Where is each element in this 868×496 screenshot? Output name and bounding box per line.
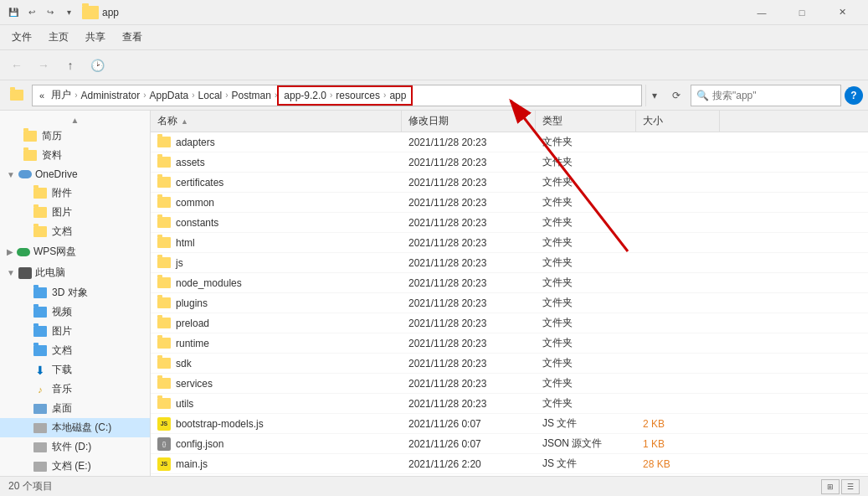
menu-view[interactable]: 查看 — [114, 27, 151, 48]
file-type-cell: 文件夹 — [536, 293, 636, 313]
table-row[interactable]: constants2021/11/28 20:23文件夹 — [151, 213, 868, 233]
file-name: adapters — [176, 137, 215, 148]
sidebar-item-photos[interactable]: 图片 — [0, 203, 150, 222]
breadcrumb-users[interactable]: « — [36, 89, 48, 102]
folder-icon — [157, 318, 171, 328]
breadcrumb-users2[interactable]: 用户 — [48, 86, 74, 104]
breadcrumb-appdata[interactable]: AppData — [146, 88, 193, 103]
sidebar-label: 3D 对象 — [52, 286, 88, 300]
minimize-button[interactable]: — — [742, 0, 781, 25]
table-row[interactable]: runtime2021/11/28 20:23文件夹 — [151, 333, 868, 354]
table-row[interactable]: sdk2021/11/28 20:23文件夹 — [151, 354, 868, 374]
breadcrumb-app920[interactable]: app-9.2.0 — [280, 88, 330, 103]
file-type-cell: JS 文件 — [536, 414, 636, 433]
col-header-date[interactable]: 修改日期 — [402, 111, 536, 132]
forward-button[interactable]: → — [32, 54, 55, 77]
sidebar-item-music[interactable]: ♪ 音乐 — [0, 380, 150, 399]
folder-icon — [157, 398, 171, 409]
drive-icon — [33, 442, 47, 452]
address-box[interactable]: « 用户 › Administrator › AppData › Local ›… — [32, 85, 642, 106]
table-row[interactable]: html2021/11/28 20:23文件夹 — [151, 233, 868, 253]
table-row[interactable]: assets2021/11/28 20:23文件夹 — [151, 152, 868, 173]
search-input[interactable] — [712, 90, 835, 101]
table-row[interactable]: utils2021/11/28 20:23文件夹 — [151, 394, 868, 414]
file-size-cell — [636, 233, 720, 252]
col-header-name[interactable]: 名称 ▲ — [151, 111, 402, 132]
breadcrumb-administrator[interactable]: Administrator — [77, 88, 143, 103]
table-row[interactable]: adapters2021/11/28 20:23文件夹 — [151, 132, 868, 152]
search-box[interactable]: 🔍 — [691, 85, 841, 106]
help-button[interactable]: ? — [845, 86, 863, 105]
sidebar-item-downloads[interactable]: ⬇ 下载 — [0, 360, 150, 380]
file-date-cell: 2021/11/28 20:23 — [402, 313, 536, 333]
sidebar-item-jianli[interactable]: 简历 — [0, 127, 150, 146]
file-date-cell: 2021/11/28 20:23 — [402, 152, 536, 172]
sidebar-label: 文档 — [52, 344, 72, 358]
table-row[interactable]: plugins2021/11/28 20:23文件夹 — [151, 293, 868, 313]
file-name-cell: preload — [151, 313, 402, 333]
file-type-cell: 文件夹 — [536, 333, 636, 353]
file-date-cell: 2021/11/28 20:23 — [402, 354, 536, 373]
sidebar-group-pc[interactable]: ▼ 此电脑 — [0, 262, 150, 283]
menu-home[interactable]: 主页 — [40, 27, 77, 48]
breadcrumb-postman[interactable]: Postman — [229, 88, 275, 103]
sidebar-item-attachment[interactable]: 附件 — [0, 183, 150, 203]
back-button[interactable]: ← — [5, 54, 28, 77]
sidebar-group-onedrive[interactable]: ▼ OneDrive — [0, 165, 150, 183]
table-row[interactable]: JSbootstrap-models.js2021/11/26 0:07JS 文… — [151, 414, 868, 434]
sidebar-label: 图片 — [52, 324, 72, 338]
table-row[interactable]: services2021/11/28 20:23文件夹 — [151, 374, 868, 394]
file-date-cell: 2021/11/28 20:23 — [402, 213, 536, 232]
breadcrumb-app[interactable]: app — [386, 88, 409, 103]
table-row[interactable]: common2021/11/28 20:23文件夹 — [151, 193, 868, 213]
sidebar-item-docs[interactable]: 文档 — [0, 222, 150, 241]
main-layout: ▲ 简历 资料 ▼ OneDrive 附件 图片 — [0, 111, 868, 476]
sidebar-item-video[interactable]: 视频 — [0, 302, 150, 322]
address-refresh-button[interactable]: ⟳ — [665, 85, 687, 106]
table-row[interactable]: js2021/11/28 20:23文件夹 — [151, 253, 868, 273]
table-row[interactable]: {}package.json2021/11/26 0:07JSON 源文件3 K… — [151, 474, 868, 476]
table-row[interactable]: JSmain.js2021/11/26 2:20JS 文件28 KB — [151, 454, 868, 474]
file-name: plugins — [176, 297, 208, 309]
sidebar-item-documents[interactable]: 文档 — [0, 341, 150, 360]
file-name: bootstrap-models.js — [176, 418, 264, 430]
address-dropdown-button[interactable]: ▾ — [645, 85, 662, 106]
sidebar-item-images[interactable]: 图片 — [0, 322, 150, 341]
title-bar: 💾 ↩ ↪ ▾ app — □ ✕ — [0, 0, 868, 25]
close-button[interactable]: ✕ — [823, 0, 861, 25]
sidebar-item-3d[interactable]: 3D 对象 — [0, 283, 150, 302]
sidebar-item-drive-e[interactable]: 文档 (E:) — [0, 457, 150, 476]
col-header-type[interactable]: 类型 — [536, 111, 636, 132]
grid-view-button[interactable]: ⊞ — [821, 479, 840, 494]
menu-file[interactable]: 文件 — [3, 27, 40, 48]
maximize-button[interactable]: □ — [783, 0, 821, 25]
file-name: services — [176, 378, 213, 390]
file-size-cell — [636, 273, 720, 292]
sidebar-item-desktop[interactable]: 桌面 — [0, 399, 150, 418]
breadcrumb-local[interactable]: Local — [195, 88, 226, 103]
up-button[interactable]: ↑ — [59, 54, 82, 77]
sidebar-item-local-c[interactable]: 本地磁盘 (C:) — [0, 418, 150, 437]
sidebar-item-ziliao[interactable]: 资料 — [0, 146, 150, 165]
table-row[interactable]: {}config.json2021/11/26 0:07JSON 源文件1 KB — [151, 434, 868, 454]
sidebar-item-drive-d[interactable]: 软件 (D:) — [0, 437, 150, 457]
col-header-size[interactable]: 大小 — [636, 111, 720, 132]
folder-icon — [23, 150, 37, 161]
sidebar-group-wps[interactable]: ▶ WPS网盘 — [0, 241, 150, 262]
file-name-cell: html — [151, 233, 402, 252]
recent-locations-button[interactable]: 🕑 — [85, 54, 109, 77]
dropdown-icon: ▾ — [62, 6, 75, 19]
address-folder-icon — [5, 84, 28, 107]
sidebar-label: 本地磁盘 (C:) — [52, 421, 111, 435]
list-view-button[interactable]: ☰ — [841, 479, 860, 494]
menu-share[interactable]: 共享 — [77, 27, 114, 48]
table-row[interactable]: certificates2021/11/28 20:23文件夹 — [151, 173, 868, 193]
table-row[interactable]: node_modules2021/11/28 20:23文件夹 — [151, 273, 868, 293]
folder-icon — [157, 277, 171, 288]
cloud-icon — [17, 248, 30, 256]
file-name: assets — [176, 157, 205, 168]
pc-icon — [18, 267, 32, 279]
file-name: common — [176, 197, 214, 209]
breadcrumb-resources[interactable]: resources — [332, 88, 383, 103]
table-row[interactable]: preload2021/11/28 20:23文件夹 — [151, 313, 868, 333]
